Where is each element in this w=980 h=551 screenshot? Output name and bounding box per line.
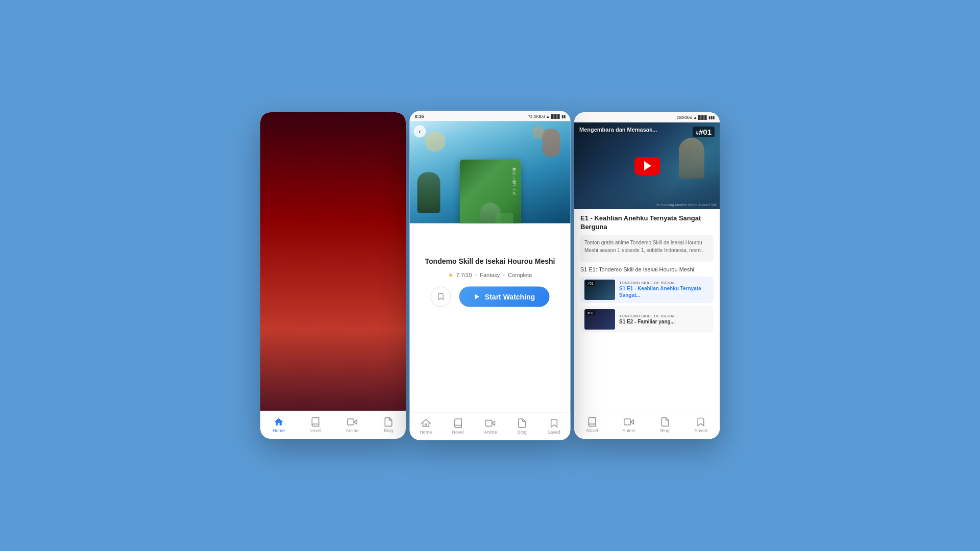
nav-blog-label-middle: Blog — [518, 430, 527, 435]
nav-blog-left[interactable]: Blog — [383, 417, 394, 433]
poster-image: 導かれし腹ペコたち。 とんでもスキル異世界放浪メシ — [459, 160, 521, 223]
nav-anime-left[interactable]: Anime — [346, 417, 359, 433]
play-overlay[interactable] — [574, 122, 720, 209]
time-middle: 8:36 — [415, 114, 424, 119]
wifi-icon-right: ▲ — [693, 115, 697, 120]
ep1-thumbnail: #01 — [584, 280, 615, 300]
status-bar-right: 280KB/d ▲ ▊▊▊ ▮▮▮ — [574, 112, 720, 122]
nav-anime-label-middle: Anime — [484, 430, 497, 435]
data-speed-middle: 72,0KB/d — [528, 114, 545, 118]
episode-item-1[interactable]: #01 TONDEMO SKILL DE ISEKAI... S1 E1 - K… — [580, 277, 714, 303]
nav-novel-label-left: Novel — [309, 428, 321, 433]
episode-title: E1 - Keahlian Anehku Ternyata Sangat Ber… — [580, 214, 714, 232]
ep2-thumbnail: #02 — [584, 309, 615, 330]
nav-blog-middle[interactable]: Blog — [517, 418, 527, 435]
bottom-nav-middle: Home Novel Anime Blog Saved — [410, 412, 571, 440]
nav-home-label-left: Home — [273, 428, 285, 433]
ep2-info: TONDEMO SKILL DE ISEKAI... S1 E2 - Famil… — [619, 314, 709, 325]
nav-blog-right[interactable]: Blog — [660, 417, 670, 433]
svg-rect-1 — [348, 419, 354, 425]
nav-home-middle[interactable]: Home — [420, 418, 432, 435]
nav-anime-label-right: Anime — [623, 428, 636, 433]
screen-middle: 8:36 72,0KB/d ▲ ▊▊▊ ▮▮ ‹ — [410, 111, 571, 440]
ep2-name: S1 E2 - Familiar yang... — [619, 318, 709, 325]
star-icon: ★ — [448, 271, 453, 278]
episode-list: #01 TONDEMO SKILL DE ISEKAI... S1 E1 - K… — [580, 277, 714, 333]
novels-row2: 我真不是 — [260, 260, 406, 345]
nav-blog-label-right: Blog — [660, 428, 670, 433]
svg-marker-2 — [475, 294, 479, 299]
battery-middle: ▮▮ — [561, 114, 566, 118]
screen-left: 8:48 59,1KB/d ▲ ▊▊▊ ▮ N 🔍 Search here...… — [260, 112, 406, 439]
anime-hero: ‹ 導かれし腹ペコたち。 とんでもスキル異世界放浪メシ — [410, 121, 571, 223]
battery-right: ▮▮▮ — [708, 115, 715, 120]
nav-saved-label-right: Saved — [695, 428, 708, 433]
nav-novel-middle[interactable]: Novel — [452, 418, 464, 435]
status-icons-right: 280KB/d ▲ ▊▊▊ ▮▮▮ — [676, 115, 715, 120]
svg-marker-5 — [631, 420, 634, 424]
anime-content: Tondemo Skill de Isekai Hourou Meshi ★ 7… — [410, 223, 571, 402]
svg-rect-4 — [486, 420, 493, 427]
ep1-info: TONDEMO SKILL DE ISEKAI... S1 E1 - Keahl… — [619, 281, 709, 298]
ep1-badge: #01 — [586, 281, 595, 286]
data-speed-right: 280KB/d — [676, 115, 692, 120]
screens-container: 8:48 59,1KB/d ▲ ▊▊▊ ▮ N 🔍 Search here...… — [260, 46, 720, 505]
ep1-series: TONDEMO SKILL DE ISEKAI... — [619, 281, 709, 285]
nav-novel-label-right: Novel — [586, 428, 598, 433]
watch-button-label: Start Watching — [485, 292, 535, 300]
nav-saved-right[interactable]: Saved — [695, 417, 708, 433]
screen-right: 280KB/d ▲ ▊▊▊ ▮▮▮ Mengembara dan Memasak… — [574, 112, 720, 439]
status-bar-middle: 8:36 72,0KB/d ▲ ▊▊▊ ▮▮ — [410, 111, 571, 121]
ep1-name: S1 E1 - Keahlian Anehku Ternyata Sangat.… — [619, 285, 709, 298]
bookmark-button[interactable] — [431, 286, 451, 307]
episode-description: Tonton gratis anime Tondemo Skill de Ise… — [584, 239, 709, 254]
video-credits: Ire Cooking Another World Absurd Skill — [656, 203, 718, 207]
nav-novel-label-middle: Novel — [452, 430, 464, 435]
bottom-nav-right: Novel Anime Blog Saved — [574, 411, 720, 439]
anime-meta: ★ 7.7/10 • Fantasy • Complete — [410, 271, 571, 278]
nav-anime-label-left: Anime — [346, 428, 359, 433]
episode-content: E1 - Keahlian Anehku Ternyata Sangat Ber… — [574, 209, 720, 338]
svg-rect-6 — [624, 419, 631, 425]
signal-middle: ▊▊▊ — [551, 114, 560, 118]
description-box: Tonton gratis anime Tondemo Skill de Ise… — [580, 235, 714, 262]
nav-home-left[interactable]: Home — [273, 417, 285, 433]
status-icons-middle: 72,0KB/d ▲ ▊▊▊ ▮▮ — [528, 114, 566, 118]
anime-actions: Start Watching — [410, 286, 571, 307]
nav-novel-left[interactable]: Novel — [309, 417, 321, 433]
start-watching-button[interactable]: Start Watching — [459, 286, 549, 307]
nav-blog-label-left: Blog — [384, 428, 393, 433]
nav-saved-middle[interactable]: Saved — [547, 418, 560, 435]
ep2-badge: #02 — [586, 311, 595, 315]
nav-saved-label-middle: Saved — [547, 430, 560, 435]
dot-separator-1: • — [475, 272, 477, 278]
signal-right: ▊▊▊ — [698, 115, 707, 120]
anime-poster: 導かれし腹ペコたち。 とんでもスキル異世界放浪メシ — [459, 160, 521, 223]
youtube-play-button[interactable] — [634, 157, 660, 175]
dot-separator-2: • — [503, 272, 505, 278]
video-thumbnail[interactable]: Mengembara dan Memasak... ##01 Ire Cooki… — [574, 122, 720, 209]
bottom-nav-left: Home Novel Anime Blog — [260, 411, 406, 439]
ep2-series: TONDEMO SKILL DE ISEKAI... — [619, 314, 709, 318]
novel-card-3[interactable]: 我真不是 — [266, 264, 327, 345]
nav-anime-middle[interactable]: Anime — [484, 418, 497, 435]
nav-home-label-middle: Home — [420, 430, 432, 435]
wifi-icon-middle: ▲ — [546, 114, 550, 118]
svg-marker-0 — [354, 420, 357, 424]
nav-novel-right[interactable]: Novel — [586, 417, 598, 433]
anime-status: Complete — [508, 272, 532, 278]
play-triangle-icon — [644, 161, 651, 170]
anime-genre: Fantasy — [480, 272, 500, 278]
anime-rating: 7.7/10 — [456, 272, 472, 278]
novel-cover-3: 我真不是 — [266, 264, 327, 345]
breadcrumb-label: S1 E1: Tondemo Skill de Isekai Hourou Me… — [580, 266, 714, 272]
anime-title: Tondemo Skill de Isekai Hourou Meshi — [410, 257, 571, 267]
back-button[interactable]: ‹ — [414, 126, 426, 138]
episode-item-2[interactable]: #02 TONDEMO SKILL DE ISEKAI... S1 E2 - F… — [580, 306, 714, 333]
nav-anime-right[interactable]: Anime — [623, 417, 636, 433]
svg-marker-3 — [492, 421, 495, 425]
